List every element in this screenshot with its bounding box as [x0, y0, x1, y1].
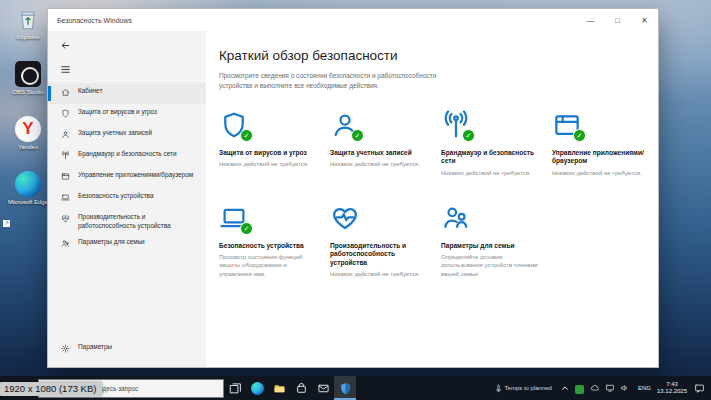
- sidebar-nav: Кабинет Защита от вирусов и угроз Защита…: [48, 83, 206, 255]
- family-icon: [61, 239, 70, 248]
- maximize-button[interactable]: □: [604, 9, 631, 31]
- taskbar: поиск, введите здесь запрос Temps to pla…: [0, 376, 711, 400]
- sidebar-item-settings[interactable]: Параметры: [48, 339, 206, 360]
- task-view-button[interactable]: [224, 376, 246, 400]
- tile-description: Никаких действий не требуется.: [552, 169, 653, 177]
- windows-security-window: Безопасность Windows — □ ✕ Кабинет Защит…: [47, 8, 659, 368]
- desktop-icon[interactable]: OBS Studio: [4, 61, 52, 107]
- network-button[interactable]: [605, 383, 615, 393]
- status-ok-badge: [351, 129, 364, 142]
- language-indicator[interactable]: ENG: [638, 385, 651, 391]
- tile-description: Никаких действий не требуется.: [441, 169, 542, 177]
- file-explorer-button[interactable]: [268, 376, 290, 400]
- store-button[interactable]: [290, 376, 312, 400]
- gear-icon: [61, 344, 70, 353]
- thermometer-icon: [494, 384, 503, 393]
- desktop-icons: Корзина OBS Studio Yandex Microsoft Edge: [4, 6, 52, 226]
- close-button[interactable]: ✕: [631, 9, 658, 31]
- tile-description: Просмотр состояния функций защиты оборуд…: [219, 253, 320, 278]
- desktop-icon[interactable]: Корзина: [4, 6, 52, 52]
- health-icon: [61, 214, 70, 223]
- file-explorer-icon: [273, 382, 286, 395]
- status-ok-badge: [573, 129, 586, 142]
- tile-title: Защита учетных записей: [330, 149, 431, 158]
- account-icon: [61, 130, 70, 139]
- desktop-icon[interactable]: Microsoft Edge: [4, 171, 52, 217]
- clock-date: 13.12.2025: [657, 388, 687, 395]
- tile-description: Никаких действий не требуется.: [330, 270, 431, 278]
- virus-shield-icon: [61, 109, 70, 118]
- news-weather-widget[interactable]: Temps to planned: [494, 384, 552, 393]
- titlebar[interactable]: Безопасность Windows — □ ✕: [48, 9, 658, 31]
- screenshot-size-caption: 1920 x 1080 (173 KB): [0, 382, 102, 396]
- device-icon: [61, 193, 70, 202]
- tile-title: Безопасность устройства: [219, 242, 320, 251]
- clock[interactable]: 7:43 13.12.2025: [657, 381, 687, 395]
- taskbar-buttons: [224, 376, 356, 400]
- security-tile[interactable]: Защита от вирусов и угроз Никаких действ…: [219, 106, 330, 199]
- minimize-button[interactable]: —: [577, 9, 604, 31]
- sidebar-item[interactable]: Производительность и работоспособность у…: [48, 209, 206, 234]
- tile-title: Брандмауэр и безопасность сети: [441, 149, 542, 166]
- show-hidden-icons-button[interactable]: [560, 383, 570, 393]
- shortcut-arrow-icon: [3, 220, 10, 227]
- status-ok-badge: [240, 222, 253, 235]
- sidebar-item[interactable]: Безопасность устройства: [48, 188, 206, 209]
- security-tile[interactable]: Защита учетных записей Никаких действий …: [330, 106, 441, 199]
- weather-text: Temps to planned: [505, 385, 552, 391]
- action-center-button[interactable]: [694, 383, 705, 394]
- edge-icon: [15, 171, 41, 197]
- security-tile[interactable]: Параметры для семьи Определяйте условия …: [441, 199, 552, 292]
- window-title: Безопасность Windows: [57, 17, 132, 24]
- back-button[interactable]: [60, 40, 71, 51]
- chevron-up-icon: [560, 383, 570, 393]
- green-app-icon: [575, 385, 585, 395]
- tile-description: Никаких действий не требуется.: [219, 160, 320, 168]
- family-icon: [441, 203, 471, 233]
- health-icon: [330, 203, 360, 233]
- store-icon: [295, 382, 308, 395]
- windows-security-icon: [339, 382, 352, 395]
- tile-title: Защита от вирусов и угроз: [219, 149, 320, 158]
- tile-title: Параметры для семьи: [441, 242, 542, 251]
- volume-button[interactable]: [620, 383, 630, 393]
- clock-time: 7:43: [666, 381, 678, 388]
- app-browser-icon: [61, 172, 70, 181]
- security-tile[interactable]: Производительность и работоспособность у…: [330, 199, 441, 292]
- security-tile[interactable]: Брандмауэр и безопасность сети Никаких д…: [441, 106, 552, 199]
- windows-security-button[interactable]: [334, 376, 356, 400]
- page-subtitle: Просмотрите сведения о состоянии безопас…: [219, 71, 447, 91]
- security-tile[interactable]: Безопасность устройства Просмотр состоян…: [219, 199, 330, 292]
- tray-icons: [560, 383, 630, 393]
- tile-title: Производительность и работоспособность у…: [330, 242, 431, 268]
- tray-app-button[interactable]: [575, 383, 585, 393]
- status-ok-badge: [462, 129, 475, 142]
- status-ok-badge: [240, 129, 253, 142]
- obs-studio-icon: [15, 61, 41, 87]
- tile-title: Управление приложениями/браузером: [552, 149, 653, 166]
- window-controls: — □ ✕: [577, 9, 658, 31]
- mail-button[interactable]: [312, 376, 334, 400]
- edge-button[interactable]: [246, 376, 268, 400]
- sidebar-item[interactable]: Управление приложениями/браузером: [48, 167, 206, 188]
- volume-icon: [620, 383, 630, 393]
- sidebar-item[interactable]: Защита учетных записей: [48, 125, 206, 146]
- tile-description: Определяйте условия использования устрой…: [441, 253, 542, 278]
- edge-icon: [251, 382, 264, 395]
- menu-button[interactable]: [60, 64, 71, 75]
- sidebar-item[interactable]: Кабинет: [48, 83, 206, 104]
- security-tiles: Защита от вирусов и угроз Никаких действ…: [219, 106, 658, 292]
- main-content: Краткий обзор безопасности Просмотрите с…: [206, 31, 658, 367]
- mail-icon: [317, 382, 330, 395]
- desktop-icon[interactable]: Yandex: [4, 116, 52, 162]
- security-tile[interactable]: Управление приложениями/браузером Никаки…: [552, 106, 658, 199]
- sidebar-item[interactable]: Параметры для семьи: [48, 234, 206, 255]
- sidebar-item[interactable]: Брандмауэр и безопасность сети: [48, 146, 206, 167]
- onedrive-button[interactable]: [590, 383, 600, 393]
- sidebar-item[interactable]: Защита от вирусов и угроз: [48, 104, 206, 125]
- home-icon: [61, 88, 70, 97]
- yandex-browser-icon: [15, 116, 41, 142]
- page-title: Краткий обзор безопасности: [219, 48, 658, 63]
- network-icon: [605, 383, 615, 393]
- tile-description: Никаких действий не требуется.: [330, 160, 431, 168]
